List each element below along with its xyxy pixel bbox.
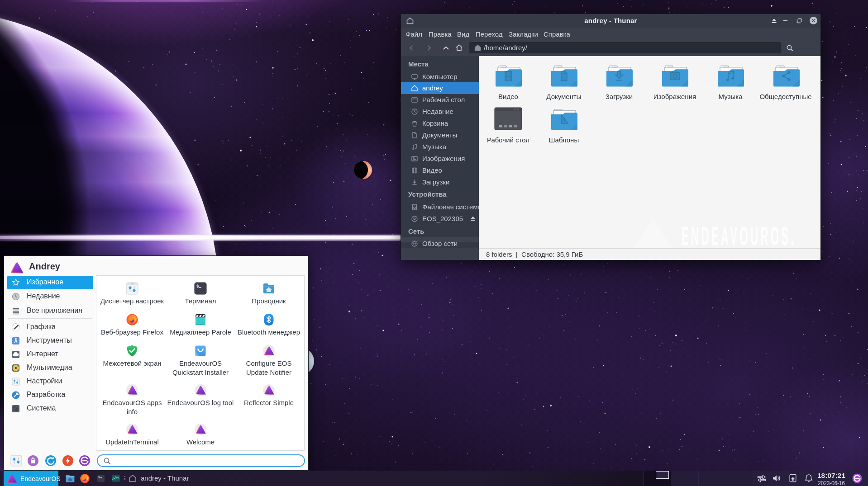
svg-text:$: $ [98, 476, 100, 479]
svg-text:$: $ [196, 284, 199, 289]
